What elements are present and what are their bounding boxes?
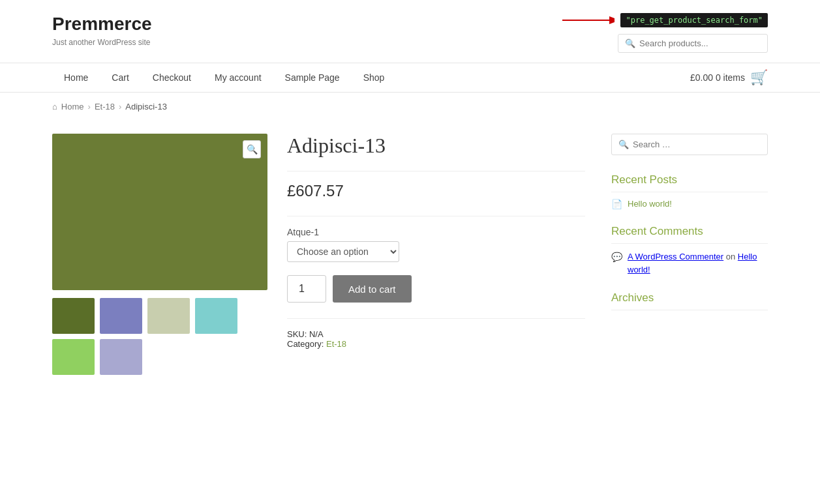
breadcrumb-current: Adipisci-13 <box>125 102 167 111</box>
comment-author-link[interactable]: A WordPress Commenter <box>628 252 723 261</box>
zoom-button[interactable]: 🔍 <box>243 140 261 158</box>
main-content: 🔍 Adipisci-13 £607.57 Atque-1 Choose an … <box>0 121 820 388</box>
comment-entry: 💬 A WordPress Commenter on Hello world! <box>611 250 768 276</box>
comment-text: A WordPress Commenter on Hello world! <box>628 250 768 276</box>
product-details: Adipisci-13 £607.57 Atque-1 Choose an op… <box>287 134 585 375</box>
nav-cart[interactable]: Cart <box>100 63 140 92</box>
header-search-box[interactable]: 🔍 <box>618 34 768 53</box>
archives-section: Archives <box>611 291 768 310</box>
product-title: Adipisci-13 <box>287 134 585 158</box>
breadcrumb-sep-1: › <box>88 102 91 111</box>
quantity-input[interactable] <box>287 275 326 303</box>
thumbnail-5[interactable] <box>52 339 95 375</box>
product-thumbnails <box>52 298 267 375</box>
product-area: 🔍 Adipisci-13 £607.57 Atque-1 Choose an … <box>52 134 585 375</box>
product-category: Category: Et-18 <box>287 339 585 349</box>
nav-shop[interactable]: Shop <box>352 63 397 92</box>
debug-label: "pre_get_product_search_form" <box>620 13 768 27</box>
main-nav: Home Cart Checkout My account Sample Pag… <box>0 63 820 93</box>
cart-amount: £0.00 0 items <box>690 72 745 83</box>
sku-label: SKU: <box>287 329 307 339</box>
comment-icon: 💬 <box>611 250 622 264</box>
breadcrumb-home[interactable]: Home <box>61 102 84 111</box>
site-branding: Premmerce Just another WordPress site <box>52 13 152 47</box>
variation-select[interactable]: Choose an option <box>287 241 399 262</box>
nav-myaccount[interactable]: My account <box>203 63 273 92</box>
thumbnail-4[interactable] <box>195 298 237 334</box>
doc-icon: 📄 <box>611 199 622 209</box>
product-main-image: 🔍 <box>52 134 267 290</box>
breadcrumb-parent[interactable]: Et-18 <box>95 102 115 111</box>
sidebar-search-icon: 🔍 <box>618 140 629 149</box>
thumbnail-2[interactable] <box>100 298 142 334</box>
product-price: £607.57 <box>287 182 585 200</box>
nav-home[interactable]: Home <box>52 63 100 92</box>
sidebar-search-box[interactable]: 🔍 <box>611 134 768 155</box>
site-title: Premmerce <box>52 13 152 35</box>
product-images: 🔍 <box>52 134 267 375</box>
archives-title: Archives <box>611 291 768 310</box>
category-link[interactable]: Et-18 <box>326 339 346 349</box>
header-right: "pre_get_product_search_form" 🔍 <box>618 13 768 53</box>
thumbnail-3[interactable] <box>147 298 190 334</box>
home-icon: ⌂ <box>52 102 57 111</box>
recent-posts-section: Recent Posts 📄 Hello world! <box>611 173 768 209</box>
sidebar: 🔍 Recent Posts 📄 Hello world! Recent Com… <box>611 134 768 375</box>
nav-checkout[interactable]: Checkout <box>141 63 203 92</box>
recent-comments-section: Recent Comments 💬 A WordPress Commenter … <box>611 225 768 276</box>
add-to-cart-button[interactable]: Add to cart <box>333 275 412 303</box>
add-to-cart-row: Add to cart <box>287 275 585 303</box>
header-search-icon: 🔍 <box>625 38 635 48</box>
category-label: Category: <box>287 339 324 349</box>
divider-1 <box>287 171 585 171</box>
variation-label: Atque-1 <box>287 227 585 237</box>
recent-posts-title: Recent Posts <box>611 173 768 192</box>
product-sku: SKU: N/A <box>287 329 585 339</box>
comment-on: on <box>726 252 738 261</box>
sku-value: N/A <box>309 329 324 339</box>
thumbnail-6[interactable] <box>100 339 142 375</box>
thumbnail-1[interactable] <box>52 298 95 334</box>
site-tagline: Just another WordPress site <box>52 38 152 47</box>
product-meta: SKU: N/A Category: Et-18 <box>287 329 585 349</box>
nav-sample-page[interactable]: Sample Page <box>273 63 352 92</box>
recent-comments-title: Recent Comments <box>611 225 768 244</box>
nav-cart-summary: £0.00 0 items 🛒 <box>690 69 768 86</box>
recent-post-item: 📄 Hello world! <box>611 199 768 209</box>
arrow-icon <box>562 10 615 30</box>
sidebar-search-input[interactable] <box>633 140 761 149</box>
recent-post-link[interactable]: Hello world! <box>628 199 672 209</box>
divider-3 <box>287 318 585 319</box>
cart-icon[interactable]: 🛒 <box>750 69 768 86</box>
divider-2 <box>287 216 585 216</box>
header-search-input[interactable] <box>639 38 761 48</box>
breadcrumb-sep-2: › <box>119 102 121 111</box>
header: Premmerce Just another WordPress site "p… <box>0 0 820 63</box>
nav-links: Home Cart Checkout My account Sample Pag… <box>52 63 396 92</box>
breadcrumb: ⌂ Home › Et-18 › Adipisci-13 <box>0 93 820 121</box>
